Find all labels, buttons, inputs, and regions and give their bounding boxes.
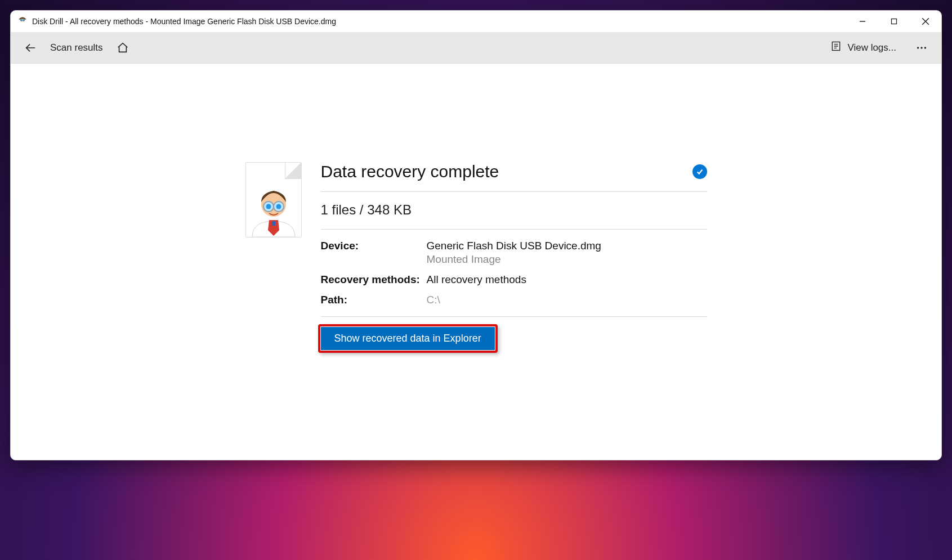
methods-label: Recovery methods: — [321, 274, 422, 286]
window-title: Disk Drill - All recovery methods - Moun… — [32, 17, 336, 26]
more-button[interactable] — [912, 38, 931, 57]
home-button[interactable] — [113, 38, 132, 57]
svg-rect-4 — [892, 19, 897, 24]
svg-point-1 — [20, 19, 23, 21]
device-label: Device: — [321, 240, 422, 266]
view-logs-button[interactable]: View logs... — [826, 38, 901, 57]
maximize-button[interactable] — [878, 11, 910, 32]
logs-icon — [830, 41, 842, 55]
svg-rect-15 — [272, 221, 275, 226]
minimize-button[interactable] — [847, 11, 878, 32]
device-value: Generic Flash Disk USB Device.dmg — [427, 240, 707, 252]
result-info-table: Device: Generic Flash Disk USB Device.dm… — [321, 240, 707, 317]
close-button[interactable] — [910, 11, 941, 32]
svg-point-19 — [266, 204, 271, 209]
path-value: C:\ — [427, 294, 707, 306]
back-button[interactable] — [21, 38, 40, 57]
titlebar: Disk Drill - All recovery methods - Moun… — [11, 11, 941, 32]
svg-point-13 — [920, 47, 922, 48]
result-illustration — [245, 162, 302, 238]
result-heading: Data recovery complete — [321, 162, 499, 181]
svg-point-14 — [924, 47, 926, 48]
result-summary: 1 files / 348 KB — [321, 202, 707, 230]
methods-value: All recovery methods — [427, 274, 707, 286]
app-icon — [17, 16, 28, 26]
svg-point-20 — [276, 204, 281, 209]
breadcrumb-label: Scan results — [50, 42, 103, 53]
app-window: Disk Drill - All recovery methods - Moun… — [10, 10, 942, 460]
path-label: Path: — [321, 294, 422, 306]
svg-point-2 — [23, 19, 25, 21]
content-area: Data recovery complete 1 files / 348 KB … — [11, 64, 941, 460]
device-subvalue: Mounted Image — [427, 253, 707, 266]
show-in-explorer-button[interactable]: Show recovered data in Explorer — [321, 327, 495, 350]
toolbar: Scan results View logs... — [11, 32, 941, 64]
view-logs-label: View logs... — [847, 42, 896, 53]
svg-point-12 — [917, 47, 919, 48]
success-check-icon — [692, 164, 707, 179]
